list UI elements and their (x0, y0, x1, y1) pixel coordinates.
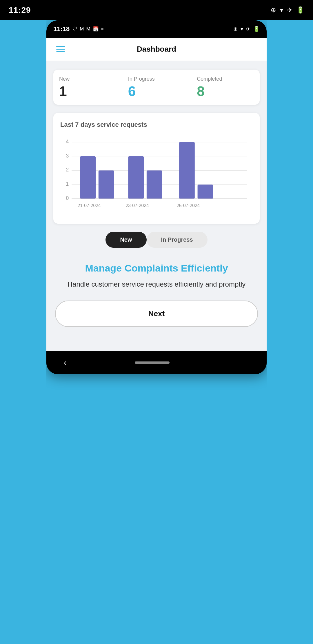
svg-text:0: 0 (66, 195, 69, 201)
bar-5 (179, 142, 195, 199)
promo-section: Manage Complaints Efficiently Handle cus… (46, 248, 267, 289)
chart-card: Last 7 days service requests 4 3 2 1 0 (53, 113, 260, 224)
hamburger-line-1 (56, 46, 65, 47)
inner-icons-left: 🛡 M M 📅 (72, 26, 103, 32)
calendar-icon: 📅 (93, 26, 99, 32)
hamburger-line-2 (56, 49, 65, 50)
bar-3 (128, 156, 144, 199)
wifi-icon: ▾ (280, 6, 283, 14)
svg-text:4: 4 (66, 139, 69, 144)
back-button[interactable]: ‹ (64, 358, 66, 367)
metro-icon: M (86, 26, 90, 32)
stat-label-inprogress: In Progress (128, 76, 185, 82)
inner-icons-right: ⊕ ▾ ✈ 🔋 (233, 26, 260, 32)
stat-label-new: New (59, 76, 116, 82)
stat-value-inprogress: 6 (128, 84, 185, 98)
stat-value-completed: 8 (197, 84, 254, 98)
bar-6 (198, 184, 213, 199)
stat-card-new[interactable]: New 1 (53, 70, 122, 105)
airplane-icon: ✈ (287, 6, 292, 14)
outer-status-icons: ⊕ ▾ ✈ 🔋 (271, 6, 304, 14)
battery-icon: 🔋 (296, 6, 304, 14)
chart-title: Last 7 days service requests (60, 121, 253, 129)
filter-tab-new[interactable]: New (105, 232, 146, 248)
hamburger-line-3 (56, 51, 65, 52)
inner-status-bar: 11:18 🛡 M M 📅 ⊕ ▾ ✈ 🔋 (46, 20, 267, 38)
stats-row: New 1 In Progress 6 Completed 8 (53, 70, 260, 105)
promo-subtitle: Handle customer service requests efficie… (58, 279, 255, 289)
notification-dot (101, 28, 103, 30)
svg-text:3: 3 (66, 153, 69, 159)
gmail-icon: M (80, 26, 84, 32)
filter-tabs: New In Progress (53, 232, 260, 248)
side-strip-right (267, 20, 313, 644)
svg-text:21-07-2024: 21-07-2024 (78, 203, 101, 208)
bar-4 (147, 170, 162, 199)
svg-text:1: 1 (66, 181, 69, 187)
add-circle-icon-inner: ⊕ (233, 26, 238, 32)
airplane-icon-inner: ✈ (246, 26, 250, 32)
add-circle-icon: ⊕ (271, 6, 276, 14)
inner-status-left: 11:18 🛡 M M 📅 (53, 25, 103, 33)
bar-2 (99, 170, 114, 199)
shield-icon: 🛡 (72, 26, 77, 32)
svg-text:25-07-2024: 25-07-2024 (176, 203, 200, 208)
outer-status-bar: 11:29 ⊕ ▾ ✈ 🔋 (0, 0, 313, 20)
battery-icon-inner: 🔋 (253, 26, 260, 32)
phone-frame: 11:18 🛡 M M 📅 ⊕ ▾ ✈ 🔋 Dashboard (46, 20, 267, 374)
menu-button[interactable] (53, 43, 68, 55)
stat-card-inprogress[interactable]: In Progress 6 (122, 70, 191, 105)
app-header: Dashboard (46, 38, 267, 61)
stat-label-completed: Completed (197, 76, 254, 82)
inner-time: 11:18 (53, 25, 70, 33)
svg-text:23-07-2024: 23-07-2024 (126, 203, 149, 208)
stat-value-new: 1 (59, 84, 116, 98)
home-indicator[interactable] (135, 361, 170, 364)
bar-chart: 4 3 2 1 0 (60, 135, 253, 217)
bar-1 (80, 156, 96, 199)
stat-card-completed[interactable]: Completed 8 (191, 70, 260, 105)
next-button-wrap: Next (46, 289, 267, 336)
page-title: Dashboard (137, 45, 176, 54)
promo-title: Manage Complaints Efficiently (58, 262, 255, 274)
svg-text:2: 2 (66, 167, 69, 173)
chart-area: 4 3 2 1 0 (60, 135, 253, 217)
filter-tab-inprogress[interactable]: In Progress (147, 232, 208, 248)
next-button[interactable]: Next (55, 301, 258, 327)
outer-time: 11:29 (9, 6, 31, 15)
app-content: Dashboard New 1 In Progress 6 Completed … (46, 38, 267, 351)
bottom-nav-bar: ‹ (46, 351, 267, 374)
side-strip-left (0, 20, 46, 644)
wifi-icon-inner: ▾ (241, 26, 243, 32)
